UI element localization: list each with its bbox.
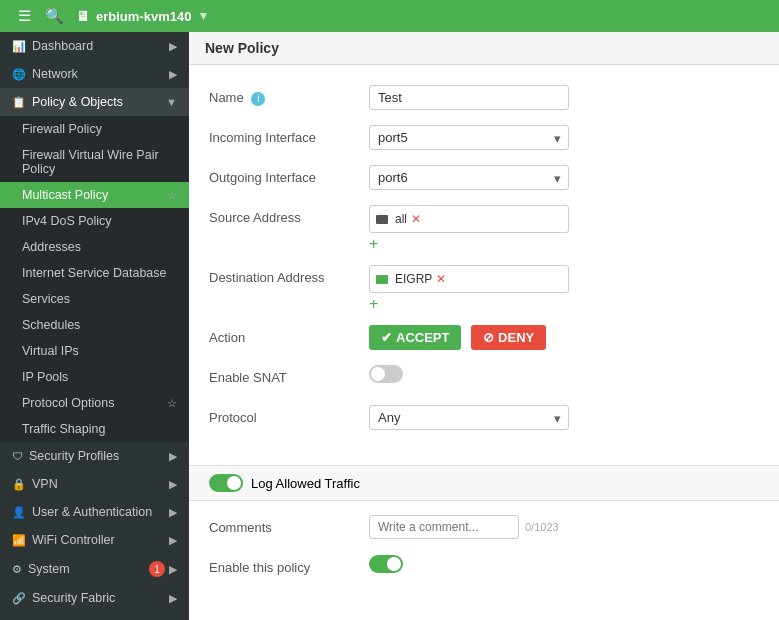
sidebar-item-network[interactable]: 🌐 Network ▶	[0, 60, 189, 88]
incoming-interface-label: Incoming Interface	[209, 125, 369, 145]
protocol-row: Protocol Any	[209, 405, 759, 433]
chevron-right-icon: ▶	[169, 450, 177, 463]
sidebar-item-log-report[interactable]: 📈 Log & Report ▶	[0, 612, 189, 620]
source-address-row: Source Address all ✕ +	[209, 205, 759, 253]
incoming-interface-select[interactable]: port5	[369, 125, 569, 150]
outgoing-interface-field: port6	[369, 165, 759, 190]
search-icon[interactable]: 🔍	[45, 7, 64, 25]
sidebar-item-addresses[interactable]: Addresses	[0, 234, 189, 260]
source-address-label: Source Address	[209, 205, 369, 225]
name-field	[369, 85, 759, 110]
content-body: Name i Incoming Interface port5	[189, 65, 779, 465]
remove-source-icon[interactable]: ✕	[411, 212, 421, 226]
chevron-right-icon: ▶	[169, 68, 177, 81]
sidebar-item-multicast-policy[interactable]: Multicast Policy ☆	[0, 182, 189, 208]
name-input[interactable]	[369, 85, 569, 110]
action-row: Action ✔ ACCEPT ⊘ DENY	[209, 325, 759, 353]
destination-address-label: Destination Address	[209, 265, 369, 285]
deny-button[interactable]: ⊘ DENY	[471, 325, 546, 350]
protocol-select[interactable]: Any	[369, 405, 569, 430]
info-icon[interactable]: i	[251, 92, 265, 106]
sidebar-item-ip-pools[interactable]: IP Pools	[0, 364, 189, 390]
chevron-right-icon: ▶	[169, 40, 177, 53]
outgoing-interface-select[interactable]: port6	[369, 165, 569, 190]
sidebar-item-security-fabric[interactable]: 🔗 Security Fabric ▶	[0, 584, 189, 612]
device-title: 🖥 erbium-kvm140 ▼	[76, 8, 209, 24]
chevron-right-icon: ▶	[169, 534, 177, 547]
log-allowed-label: Log Allowed Traffic	[251, 476, 360, 491]
sidebar-item-firewall-policy[interactable]: Firewall Policy	[0, 116, 189, 142]
enable-policy-label: Enable this policy	[209, 555, 369, 575]
enable-policy-toggle[interactable]	[369, 555, 403, 573]
char-count: 0/1023	[525, 521, 559, 533]
enable-snat-toggle[interactable]	[369, 365, 403, 383]
comments-label: Comments	[209, 515, 369, 535]
source-address-tagbox: all ✕	[369, 205, 569, 233]
deny-icon: ⊘	[483, 330, 494, 345]
sidebar-item-traffic-shaping[interactable]: Traffic Shaping	[0, 416, 189, 442]
destination-address-field: EIGRP ✕ +	[369, 265, 759, 313]
checkmark-icon: ✔	[381, 330, 392, 345]
sidebar-item-protocol-options[interactable]: Protocol Options ☆	[0, 390, 189, 416]
destination-address-tagbox: EIGRP ✕	[369, 265, 569, 293]
sidebar-item-firewall-vwp[interactable]: Firewall Virtual Wire Pair Policy	[0, 142, 189, 182]
action-field: ✔ ACCEPT ⊘ DENY	[369, 325, 759, 350]
sidebar-item-vpn[interactable]: 🔒 VPN ▶	[0, 470, 189, 498]
outgoing-interface-select-wrapper: port6	[369, 165, 569, 190]
content-area: New Policy Name i Incoming Interface	[189, 32, 779, 620]
log-section: Log Allowed Traffic	[189, 465, 779, 501]
name-row: Name i	[209, 85, 759, 113]
add-destination-button[interactable]: +	[369, 295, 759, 313]
comments-field: 0/1023	[369, 515, 759, 539]
sidebar-item-user-auth[interactable]: 👤 User & Authentication ▶	[0, 498, 189, 526]
chevron-right-icon: ▶	[169, 478, 177, 491]
protocol-select-wrapper: Any	[369, 405, 569, 430]
outgoing-interface-label: Outgoing Interface	[209, 165, 369, 185]
menu-icon[interactable]: ☰	[18, 7, 31, 25]
protocol-label: Protocol	[209, 405, 369, 425]
incoming-interface-field: port5	[369, 125, 759, 150]
outgoing-interface-row: Outgoing Interface port6	[209, 165, 759, 193]
star-icon[interactable]: ☆	[167, 397, 177, 410]
remove-destination-icon[interactable]: ✕	[436, 272, 446, 286]
sidebar-item-services[interactable]: Services	[0, 286, 189, 312]
source-address-tag: all ✕	[376, 212, 421, 226]
enable-policy-field	[369, 555, 759, 573]
sidebar-item-dashboard[interactable]: 📊 Dashboard ▶	[0, 32, 189, 60]
accept-button[interactable]: ✔ ACCEPT	[369, 325, 461, 350]
destination-address-tag: EIGRP ✕	[376, 272, 446, 286]
incoming-interface-select-wrapper: port5	[369, 125, 569, 150]
action-label: Action	[209, 325, 369, 345]
source-address-field: all ✕ +	[369, 205, 759, 253]
name-label: Name i	[209, 85, 369, 106]
sidebar-item-wifi-controller[interactable]: 📶 WiFi Controller ▶	[0, 526, 189, 554]
protocol-field: Any	[369, 405, 759, 430]
top-bar: ☰ 🔍 🖥 erbium-kvm140 ▼	[0, 0, 779, 32]
sidebar-item-security-profiles[interactable]: 🛡 Security Profiles ▶	[0, 442, 189, 470]
chevron-right-icon: ▶	[169, 506, 177, 519]
sidebar-item-system[interactable]: ⚙ System 1 ▶	[0, 554, 189, 584]
page-title: New Policy	[205, 40, 279, 56]
sidebar-item-policy-objects[interactable]: 📋 Policy & Objects ▼	[0, 88, 189, 116]
comments-section: Comments 0/1023 Enable this policy	[189, 501, 779, 620]
enable-policy-row: Enable this policy	[209, 555, 759, 583]
chevron-right-icon: ▶	[169, 592, 177, 605]
sidebar-item-ipv4-dos[interactable]: IPv4 DoS Policy	[0, 208, 189, 234]
chevron-right-icon: ▶	[169, 563, 177, 576]
comments-row: Comments 0/1023	[209, 515, 759, 543]
sidebar-item-internet-service-db[interactable]: Internet Service Database	[0, 260, 189, 286]
system-badge: 1	[149, 561, 165, 577]
incoming-interface-row: Incoming Interface port5	[209, 125, 759, 153]
sidebar-item-virtual-ips[interactable]: Virtual IPs	[0, 338, 189, 364]
sidebar-item-schedules[interactable]: Schedules	[0, 312, 189, 338]
destination-address-row: Destination Address EIGRP ✕ +	[209, 265, 759, 313]
add-source-button[interactable]: +	[369, 235, 759, 253]
enable-snat-row: Enable SNAT	[209, 365, 759, 393]
enable-snat-field	[369, 365, 759, 383]
device-name: erbium-kvm140	[96, 9, 191, 24]
enable-snat-label: Enable SNAT	[209, 365, 369, 385]
comments-input[interactable]	[369, 515, 519, 539]
log-allowed-toggle[interactable]	[209, 474, 243, 492]
star-icon[interactable]: ☆	[167, 189, 177, 202]
chevron-down-icon: ▼	[166, 96, 177, 108]
